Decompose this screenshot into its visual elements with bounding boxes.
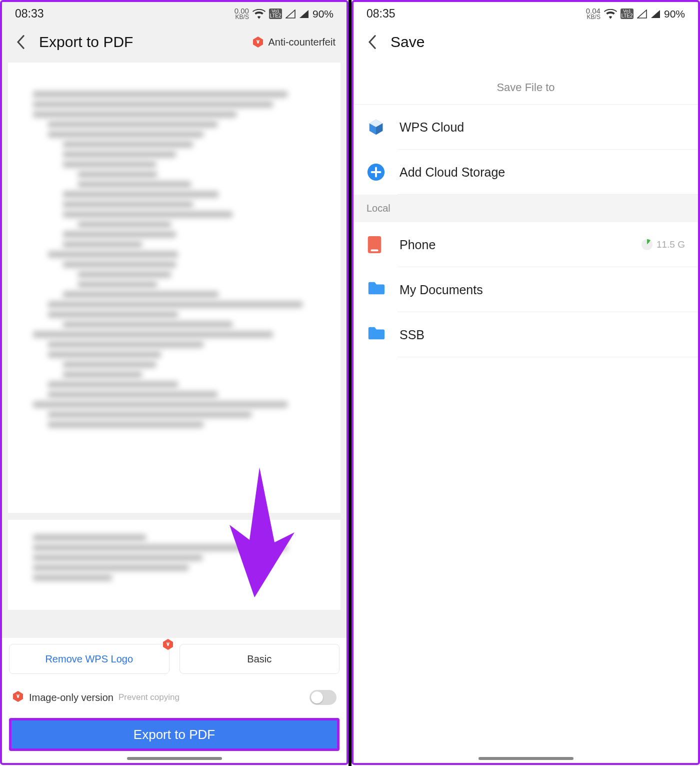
- signal-icon-1: [637, 10, 647, 19]
- section-local: Local: [354, 195, 698, 222]
- save-file-to-label: Save File to: [354, 71, 698, 105]
- status-right-cluster: 0.00 KB/S Vo1LTE2 90%: [234, 8, 334, 20]
- app-header: Export to PDF Anti-counterfeit: [2, 24, 346, 63]
- image-only-label: Image-only version: [29, 692, 114, 703]
- wifi-icon: [252, 9, 266, 19]
- image-only-row: Image-only version Prevent copying: [9, 681, 340, 718]
- premium-badge-icon: [252, 36, 264, 48]
- storage-indicator: 11.5 G: [642, 239, 685, 250]
- app-header: Save: [354, 24, 698, 63]
- location-wps-cloud[interactable]: WPS Cloud: [354, 105, 698, 150]
- volte-icon: Vo1LTE2: [620, 9, 634, 19]
- premium-badge-icon: [162, 638, 174, 650]
- status-bar: 08:33 0.00 KB/S Vo1LTE2 90%: [2, 2, 346, 24]
- back-button[interactable]: [11, 33, 30, 52]
- screenshot-right: 08:35 0.04 KB/S Vo1LTE2 90%: [352, 0, 700, 765]
- network-speed: 0.00 KB/S: [234, 8, 249, 20]
- image-only-toggle[interactable]: [310, 690, 336, 705]
- pie-icon: [642, 239, 652, 250]
- document-preview[interactable]: [8, 63, 340, 611]
- back-button[interactable]: [362, 33, 382, 52]
- premium-badge-icon: [12, 690, 24, 704]
- location-ssb[interactable]: SSB: [354, 312, 698, 357]
- signal-icon-2: [650, 10, 660, 19]
- signal-icon-1: [286, 10, 296, 19]
- svg-rect-5: [370, 250, 378, 252]
- folder-icon: [366, 280, 386, 299]
- status-time: 08:35: [366, 7, 396, 21]
- battery-percent: 90%: [664, 8, 685, 20]
- anti-counterfeit-button[interactable]: Anti-counterfeit: [252, 36, 336, 48]
- home-indicator[interactable]: [127, 757, 222, 760]
- cloud-cube-icon: [366, 118, 386, 137]
- battery-percent: 90%: [312, 8, 334, 20]
- export-to-pdf-button[interactable]: Export to PDF: [9, 718, 340, 751]
- home-indicator[interactable]: [478, 757, 574, 760]
- page-title: Save: [390, 34, 687, 51]
- image-only-sub: Prevent copying: [118, 692, 180, 702]
- folder-icon: [366, 325, 386, 344]
- status-bar: 08:35 0.04 KB/S Vo1LTE2 90%: [354, 2, 698, 24]
- location-add-cloud[interactable]: Add Cloud Storage: [354, 150, 698, 195]
- preview-page-2: [8, 520, 340, 610]
- basic-button[interactable]: Basic: [180, 644, 340, 674]
- network-speed: 0.04 KB/S: [586, 8, 600, 20]
- status-time: 08:33: [15, 7, 44, 21]
- wifi-icon: [604, 9, 617, 19]
- remove-wps-logo-button[interactable]: Remove WPS Logo: [9, 644, 170, 674]
- phone-storage-icon: [366, 235, 386, 254]
- bottom-panel: Remove WPS Logo Basic Image-only version…: [2, 638, 346, 763]
- page-title: Export to PDF: [39, 34, 252, 51]
- location-phone[interactable]: Phone 11.5 G: [354, 222, 698, 267]
- location-my-documents[interactable]: My Documents: [354, 267, 698, 312]
- status-right-cluster: 0.04 KB/S Vo1LTE2 90%: [586, 8, 685, 20]
- signal-icon-2: [299, 10, 309, 19]
- preview-page-1: [8, 63, 340, 513]
- screenshot-left: 08:33 0.00 KB/S Vo1LTE2 90%: [0, 0, 348, 765]
- add-icon: [366, 163, 386, 182]
- volte-icon: Vo1LTE2: [269, 9, 282, 19]
